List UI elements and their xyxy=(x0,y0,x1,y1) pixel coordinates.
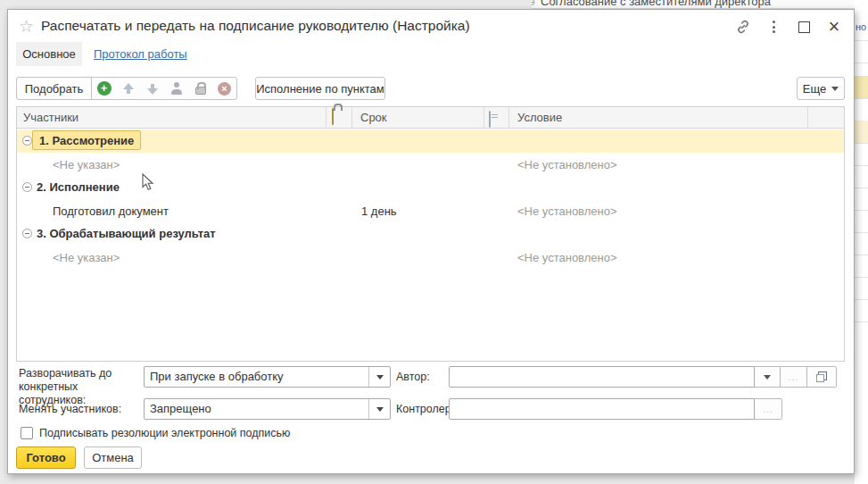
sign-resolutions-row: Подписывать резолюции электронной подпис… xyxy=(21,427,290,439)
participant-cell[interactable]: Подготовил документ xyxy=(53,204,169,218)
author-ellipsis-button[interactable]: ... xyxy=(781,366,807,388)
dialog-window: ☆ Распечатать и передать на подписание р… xyxy=(7,9,855,474)
collapse-icon[interactable] xyxy=(22,229,32,238)
condition-cell[interactable]: <Не установлено> xyxy=(517,158,617,171)
move-up-icon[interactable] xyxy=(116,78,140,99)
background-edge-text: но xyxy=(856,21,866,32)
pick-button[interactable]: Подобрать xyxy=(17,78,92,99)
tab-main[interactable]: Основное xyxy=(16,42,82,66)
table-row-group-1[interactable]: 1. Рассмотрение xyxy=(17,129,844,153)
expand-mode-select[interactable]: При запуске в обработку xyxy=(144,366,391,388)
expand-to-employees-label: Разворачивать до конкретных сотрудников: xyxy=(19,367,144,407)
condition-column-icon xyxy=(489,112,491,128)
column-condition[interactable]: Условие xyxy=(517,111,562,124)
change-participants-label: Менять участников: xyxy=(19,403,121,416)
column-term[interactable]: Срок xyxy=(360,111,387,124)
window-controls: × xyxy=(732,15,845,38)
participant-cell[interactable]: <Не указан> xyxy=(53,158,120,171)
favorite-star-icon[interactable]: ☆ xyxy=(19,16,34,37)
term-cell[interactable]: 1 день xyxy=(361,204,397,218)
change-participants-select[interactable]: Запрещено xyxy=(144,398,391,420)
group-label: 3. Обрабатывающий результат xyxy=(37,227,216,240)
sign-resolutions-label: Подписывать резолюции электронной подпис… xyxy=(39,427,290,439)
collapse-icon: ⊖ xyxy=(532,0,535,8)
author-open-icon[interactable] xyxy=(807,366,837,388)
chevron-down-icon[interactable] xyxy=(368,367,390,387)
sign-resolutions-checkbox[interactable] xyxy=(21,427,33,439)
mouse-cursor xyxy=(142,173,154,195)
controller-input[interactable] xyxy=(449,398,755,420)
author-input[interactable] xyxy=(449,366,755,388)
group-label: 2. Исполнение xyxy=(37,180,120,194)
condition-cell[interactable]: <Не установлено> xyxy=(517,204,617,218)
table-header: Участники Срок Условие xyxy=(17,107,844,129)
focused-cell[interactable]: 1. Рассмотрение xyxy=(32,130,141,150)
author-label: Автор: xyxy=(396,371,430,384)
controller-field-group: ... xyxy=(449,398,782,420)
lock-icon[interactable] xyxy=(188,78,212,99)
chevron-down-icon[interactable] xyxy=(368,399,390,419)
collapse-icon[interactable] xyxy=(22,136,32,146)
done-button[interactable]: Готово xyxy=(16,446,76,469)
screen: ⊖ Согласование с заместителями директора… xyxy=(0,0,868,484)
condition-cell[interactable]: <Не установлено> xyxy=(517,251,617,264)
tab-work-protocol[interactable]: Протокол работы xyxy=(94,47,187,61)
add-icon[interactable]: + xyxy=(92,78,116,99)
move-down-icon[interactable] xyxy=(140,78,164,99)
controller-ellipsis-button[interactable]: ... xyxy=(755,398,782,420)
controller-label: Контролер: xyxy=(396,403,454,416)
chevron-down-icon xyxy=(831,87,839,91)
background-window-edge: но xyxy=(855,0,868,484)
participants-toolbar: Подобрать + × xyxy=(16,77,237,100)
cancel-icon[interactable]: × xyxy=(212,78,236,99)
maximize-icon[interactable] xyxy=(793,16,814,38)
more-menu-icon[interactable] xyxy=(763,16,784,38)
background-highlight-band xyxy=(855,76,868,98)
author-field-group: ... xyxy=(449,366,837,388)
collapse-icon[interactable] xyxy=(22,182,32,192)
get-link-icon[interactable] xyxy=(732,16,754,38)
table-row-group-3[interactable]: 3. Обрабатывающий результат xyxy=(17,222,844,246)
execution-by-items-button[interactable]: Исполнение по пунктам xyxy=(255,77,385,100)
dialog-title: Распечатать и передать на подписание рук… xyxy=(41,18,470,34)
background-window-row: ⊖ Согласование с заместителями директора xyxy=(532,0,855,9)
column-participants[interactable]: Участники xyxy=(23,111,79,124)
participants-table: Участники Срок Условие 1. Рассмотрение <… xyxy=(16,106,845,362)
background-highlight-band xyxy=(855,121,868,143)
table-row[interactable]: <Не указан> <Не установлено> xyxy=(17,246,844,269)
cancel-button[interactable]: Отмена xyxy=(84,446,142,469)
assignee-icon[interactable] xyxy=(164,78,188,99)
more-button[interactable]: Еще xyxy=(797,77,845,100)
author-dropdown-icon[interactable] xyxy=(755,366,781,388)
participant-cell[interactable]: <Не указан> xyxy=(53,251,120,264)
close-icon[interactable]: × xyxy=(823,16,845,38)
background-row-label: Согласование с заместителями директора xyxy=(541,0,771,8)
lock-column-icon xyxy=(332,109,334,125)
table-row[interactable]: Подготовил документ 1 день <Не установле… xyxy=(17,199,844,222)
